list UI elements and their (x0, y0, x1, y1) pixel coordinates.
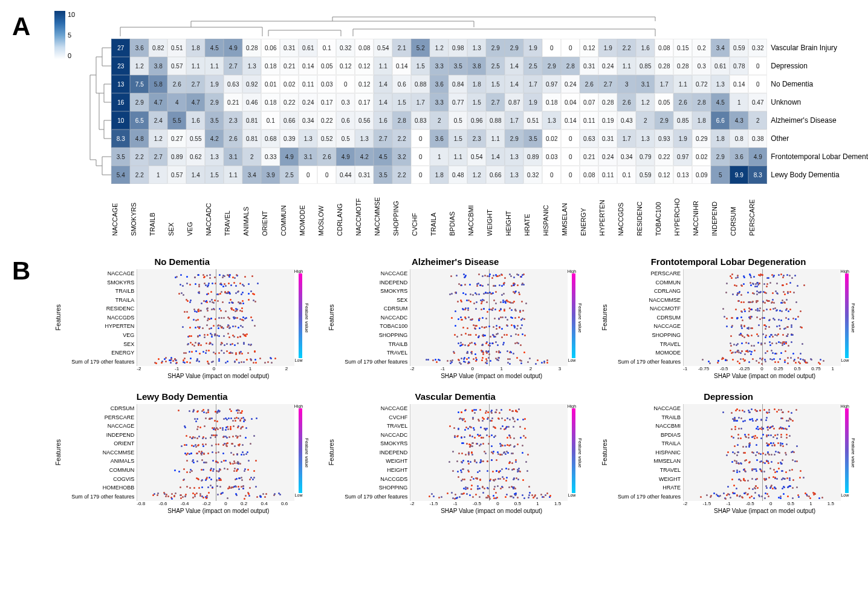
shap-dot (509, 462, 511, 463)
shap-dot (207, 334, 209, 336)
heatmap-cell: 0.22 (655, 148, 673, 166)
shap-dot (471, 353, 473, 355)
shap-dot (189, 351, 190, 353)
heatmap-cell: 1.1 (617, 57, 636, 75)
shap-dot (216, 420, 218, 422)
shap-dot (478, 435, 480, 437)
shap-dot (210, 437, 212, 439)
shap-dot (773, 428, 775, 430)
shap-dot (183, 352, 185, 354)
shap-dot (549, 495, 551, 497)
shap-dot (766, 445, 768, 446)
shap-dot (198, 361, 200, 362)
heatmap-cell: 0.12 (655, 166, 673, 184)
shap-dot (501, 294, 503, 296)
shap-dot (499, 327, 500, 328)
heatmap-cell: 3.8 (467, 57, 486, 75)
shap-dot (478, 283, 479, 284)
shap-dot (738, 417, 740, 419)
shap-dot (201, 486, 203, 488)
shap-dot (518, 316, 520, 318)
shap-dot (786, 335, 788, 337)
shap-dot (733, 470, 735, 472)
shap-xtick: 1 (249, 366, 251, 371)
shap-dot (727, 486, 729, 488)
shap-dot (786, 274, 788, 276)
shap-dot (166, 494, 167, 495)
shap-dot (702, 359, 704, 361)
shap-feature-label: CDRLANG (611, 287, 683, 295)
shap-dot (758, 324, 760, 326)
shap-dot (466, 493, 468, 495)
shap-dot (743, 301, 745, 303)
shap-dot (786, 283, 788, 285)
shap-feature-label: NACCADC (337, 431, 410, 439)
heatmap-cell: 0.81 (242, 129, 261, 148)
shap-dot (776, 342, 777, 344)
shap-dot (782, 411, 783, 413)
shap-colorbar-low: Low (841, 358, 849, 362)
shap-dot (768, 477, 770, 479)
shap-dot (732, 359, 734, 361)
shap-dot (491, 445, 493, 447)
shap-dot (236, 359, 238, 361)
heatmap-cell: 1.3 (505, 148, 523, 166)
shap-colorbar-high: High (568, 404, 576, 408)
shap-dot (235, 353, 237, 355)
shap-dot (514, 420, 516, 422)
heatmap-cell: 0.63 (580, 129, 598, 148)
shap-dot (793, 451, 795, 453)
shap-dot (202, 351, 204, 353)
shap-dot (237, 291, 239, 293)
shap-dot (765, 335, 767, 336)
shap-dot (795, 362, 797, 364)
shap-dot (780, 352, 782, 354)
shap-dot (780, 445, 782, 446)
shap-dot (207, 453, 209, 454)
shap-feature-label: Sum of 179 other features (337, 492, 410, 501)
shap-dot (493, 495, 494, 497)
shap-features: NACCAGECVCHFTRAVELNACCADCSMOKYRSINDEPEND… (337, 404, 410, 501)
shap-dot (235, 325, 236, 327)
heatmap-row: 273.60.820.511.84.54.90.280.060.310.610.… (111, 39, 767, 57)
shap-dot (482, 357, 484, 359)
shap-dot (239, 310, 241, 312)
heatmap-cell: 3.5 (449, 57, 467, 75)
shap-dot (210, 318, 212, 319)
shap-dot (247, 352, 249, 354)
heatmap-cell: 0.44 (336, 166, 355, 184)
shap-dot (221, 291, 222, 293)
heatmap-rowlabel: No Dementia (767, 75, 868, 93)
heatmap-cell: 1.3 (205, 148, 224, 166)
shap-dot (485, 318, 487, 319)
shap-dot (751, 408, 753, 410)
shap-dot (209, 301, 211, 302)
heatmap-cell: 0.19 (598, 111, 617, 129)
heatmap-cell: 3.5 (205, 111, 224, 129)
shap-dot (244, 468, 246, 470)
shap-dot (756, 293, 758, 295)
shap-dot (785, 317, 787, 319)
shap-dot (178, 293, 180, 295)
shap-dot (456, 336, 458, 338)
shap-dot (780, 463, 782, 465)
shap-dot (207, 286, 209, 287)
shap-dot (202, 445, 204, 447)
shap-dot (204, 276, 206, 278)
shap-dot (777, 462, 779, 464)
shap-dot (462, 308, 464, 310)
shap-dot (152, 494, 154, 496)
shap-ylabel: Features (601, 304, 608, 330)
shap-dot (227, 361, 228, 362)
shap-dot (248, 299, 250, 301)
shap-dot (766, 309, 768, 310)
shap-dot (463, 418, 465, 420)
shap-dot (225, 429, 227, 431)
shap-dot (771, 445, 773, 446)
shap-dot (491, 309, 493, 311)
shap-dot (229, 462, 231, 463)
shap-dot (486, 360, 488, 362)
shap-feature-label: SMOKYRS (337, 439, 410, 448)
shap-dot (219, 274, 221, 276)
shap-dot (488, 353, 490, 355)
